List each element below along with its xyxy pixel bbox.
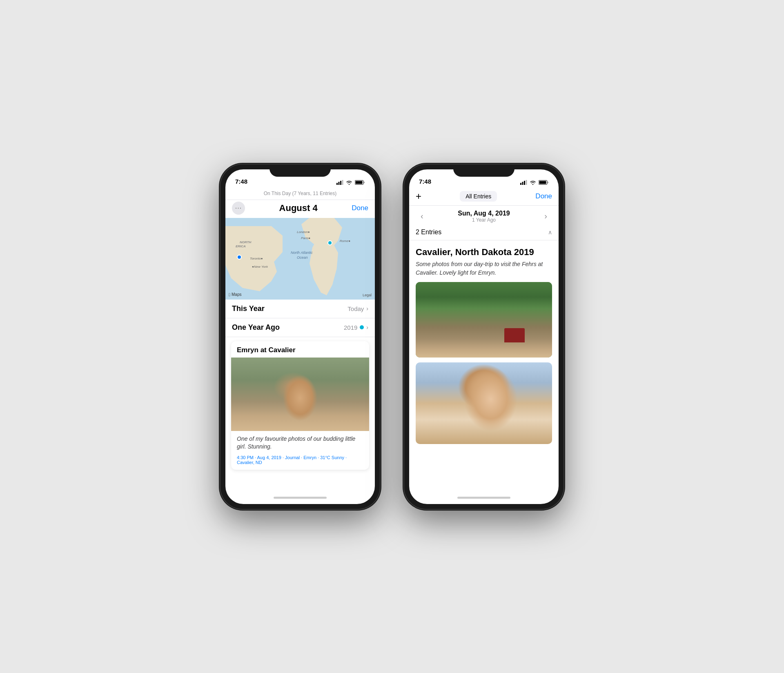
home-bar-right — [457, 497, 510, 499]
this-year-label: This Year — [232, 304, 265, 313]
map-label-newyork: ●New York — [252, 265, 268, 269]
map-label-toronto: Toronto● — [250, 257, 263, 260]
svg-rect-9 — [524, 181, 525, 185]
svg-rect-10 — [526, 180, 527, 185]
this-year-right: Today › — [347, 305, 368, 312]
svg-rect-1 — [339, 182, 340, 185]
collapse-icon: ∧ — [548, 229, 552, 235]
on-this-day-subtitle: On This Day (7 Years, 11 Entries) — [232, 191, 368, 196]
one-year-ago-label: One Year Ago — [232, 323, 280, 332]
date-title: Sun, Aug 4, 2019 1 Year Ago — [458, 210, 510, 223]
battery-icon — [355, 180, 365, 185]
child-photo — [231, 358, 369, 431]
svg-rect-8 — [522, 182, 523, 185]
home-bar-left — [274, 497, 327, 499]
this-year-chevron: › — [366, 305, 368, 312]
next-date-arrow[interactable]: › — [541, 210, 550, 222]
woods-photo — [416, 282, 552, 358]
iphone-left: 7:48 — [220, 164, 380, 509]
map-pin-1 — [237, 255, 242, 260]
year-dot — [360, 325, 364, 329]
map-label-ocean2: Ocean — [297, 255, 308, 260]
map-label-rome: Rome● — [340, 239, 350, 243]
add-button[interactable]: + — [416, 191, 421, 202]
svg-rect-2 — [340, 181, 341, 185]
svg-rect-0 — [336, 183, 338, 185]
entry-detail: Cavalier, North Dakota 2019 Some photos … — [409, 240, 559, 282]
entry-photo-2 — [416, 362, 552, 444]
map-apple-logo:  Maps — [229, 292, 241, 297]
map-label-ocean: North Atlantic — [291, 251, 313, 255]
date-sub: 1 Year Ago — [458, 217, 510, 223]
entry-card-image — [231, 358, 369, 431]
map-label-america: ERICA — [236, 244, 246, 248]
entries-count: 2 Entries — [416, 229, 441, 236]
signal-icon-r — [520, 180, 527, 185]
this-year-section[interactable]: This Year Today › — [225, 300, 375, 318]
page-title: August 4 — [279, 203, 318, 213]
one-year-right: 2019 › — [344, 324, 368, 331]
one-year-ago-section[interactable]: One Year Ago 2019 › — [225, 318, 375, 337]
done-button[interactable]: Done — [352, 204, 368, 212]
status-icons-right — [520, 180, 549, 185]
one-year-value: 2019 — [344, 324, 357, 331]
entry-card[interactable]: Emryn at Cavalier One of my favourite ph… — [231, 341, 369, 470]
map-legal: Legal — [363, 293, 372, 297]
child-closeup-photo — [416, 362, 552, 444]
all-entries-button[interactable]: All Entries — [460, 191, 497, 202]
phone1-nav-row: ··· August 4 Done — [225, 200, 375, 218]
notch-left — [270, 164, 331, 177]
svg-rect-12 — [548, 182, 548, 183]
entry-meta-text: 4:30 PM · Aug 4, 2019 · Journal · Emryn … — [237, 455, 363, 465]
entry-caption: One of my favourite photos of our buddin… — [231, 431, 369, 453]
svg-rect-7 — [520, 183, 521, 185]
iphone-right: 7:48 — [404, 164, 564, 509]
svg-rect-6 — [356, 181, 363, 184]
one-year-chevron: › — [366, 324, 368, 331]
date-main: Sun, Aug 4, 2019 — [458, 210, 510, 217]
date-nav: ‹ Sun, Aug 4, 2019 1 Year Ago › — [409, 206, 559, 224]
home-indicator-left — [225, 492, 375, 504]
svg-rect-3 — [342, 180, 343, 185]
battery-icon-r — [539, 180, 549, 185]
phone2-nav: + All Entries Done — [409, 187, 559, 206]
home-indicator-right — [409, 492, 559, 504]
maps-label: Maps — [232, 292, 241, 297]
notch-right — [453, 164, 514, 177]
map-label-london: London● — [297, 230, 310, 234]
wifi-icon — [346, 180, 352, 185]
more-button[interactable]: ··· — [232, 202, 245, 215]
svg-rect-5 — [364, 182, 365, 183]
svg-rect-13 — [539, 181, 546, 184]
entry-card-title: Emryn at Cavalier — [231, 341, 369, 358]
entries-count-bar[interactable]: 2 Entries ∧ — [409, 224, 559, 240]
signal-icon — [336, 180, 343, 185]
map-view: NORTH ERICA London● Paris● Toronto● ●New… — [225, 218, 375, 300]
status-icons-left — [336, 180, 365, 185]
on-this-day-header: On This Day (7 Years, 11 Entries) — [225, 187, 375, 200]
wifi-icon-r — [530, 180, 536, 185]
entry-photo-1 — [416, 282, 552, 358]
map-pin-2 — [327, 240, 332, 245]
done-button-right[interactable]: Done — [535, 192, 552, 200]
entry-meta: 4:30 PM · Aug 4, 2019 · Journal · Emryn … — [231, 453, 369, 470]
map-label-north: NORTH — [240, 240, 251, 244]
this-year-value: Today — [347, 305, 364, 312]
map-label-paris: Paris● — [301, 236, 310, 240]
entry-detail-title: Cavalier, North Dakota 2019 — [416, 247, 552, 258]
status-time-left: 7:48 — [235, 178, 247, 185]
entry-detail-desc: Some photos from our day-trip to visit t… — [416, 260, 552, 277]
status-time-right: 7:48 — [419, 178, 431, 185]
prev-date-arrow[interactable]: ‹ — [417, 210, 427, 222]
more-icon: ··· — [235, 204, 242, 212]
